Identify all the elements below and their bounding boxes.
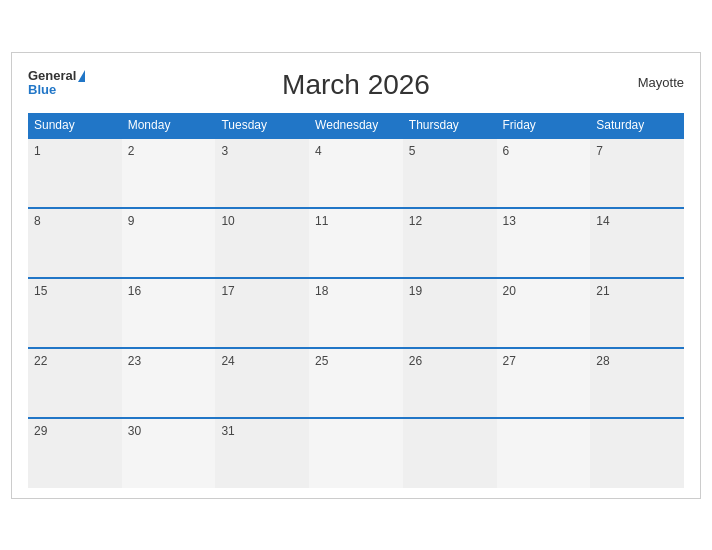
weekday-header-row: Sunday Monday Tuesday Wednesday Thursday… xyxy=(28,113,684,138)
day-number: 12 xyxy=(409,214,422,228)
day-number: 6 xyxy=(503,144,510,158)
calendar-day-cell: 5 xyxy=(403,138,497,208)
calendar-body: 1234567891011121314151617181920212223242… xyxy=(28,138,684,488)
day-number: 7 xyxy=(596,144,603,158)
calendar-day-cell: 20 xyxy=(497,278,591,348)
calendar-day-cell: 14 xyxy=(590,208,684,278)
calendar-day-cell: 12 xyxy=(403,208,497,278)
header-monday: Monday xyxy=(122,113,216,138)
day-number: 30 xyxy=(128,424,141,438)
calendar-day-cell: 23 xyxy=(122,348,216,418)
day-number: 28 xyxy=(596,354,609,368)
day-number: 4 xyxy=(315,144,322,158)
day-number: 29 xyxy=(34,424,47,438)
calendar-day-cell: 26 xyxy=(403,348,497,418)
day-number: 17 xyxy=(221,284,234,298)
calendar-day-cell: 27 xyxy=(497,348,591,418)
calendar-day-cell: 10 xyxy=(215,208,309,278)
day-number: 19 xyxy=(409,284,422,298)
calendar-day-cell: 17 xyxy=(215,278,309,348)
calendar-day-cell: 15 xyxy=(28,278,122,348)
calendar-day-cell: 30 xyxy=(122,418,216,488)
day-number: 13 xyxy=(503,214,516,228)
calendar-day-cell: 1 xyxy=(28,138,122,208)
day-number: 10 xyxy=(221,214,234,228)
header-tuesday: Tuesday xyxy=(215,113,309,138)
logo-blue-text: Blue xyxy=(28,83,85,97)
header-saturday: Saturday xyxy=(590,113,684,138)
day-number: 9 xyxy=(128,214,135,228)
calendar-region: Mayotte xyxy=(638,75,684,90)
calendar-week-row: 1234567 xyxy=(28,138,684,208)
day-number: 15 xyxy=(34,284,47,298)
logo-general-text: General xyxy=(28,69,85,83)
header-wednesday: Wednesday xyxy=(309,113,403,138)
calendar-day-cell: 25 xyxy=(309,348,403,418)
calendar-day-cell: 2 xyxy=(122,138,216,208)
logo-triangle-icon xyxy=(78,70,85,82)
day-number: 25 xyxy=(315,354,328,368)
day-number: 18 xyxy=(315,284,328,298)
calendar-day-cell: 31 xyxy=(215,418,309,488)
day-number: 26 xyxy=(409,354,422,368)
calendar-day-cell xyxy=(497,418,591,488)
day-number: 14 xyxy=(596,214,609,228)
calendar-day-cell: 13 xyxy=(497,208,591,278)
calendar-day-cell: 3 xyxy=(215,138,309,208)
day-number: 24 xyxy=(221,354,234,368)
calendar-day-cell: 21 xyxy=(590,278,684,348)
calendar-day-cell: 22 xyxy=(28,348,122,418)
day-number: 21 xyxy=(596,284,609,298)
calendar-week-row: 22232425262728 xyxy=(28,348,684,418)
calendar-day-cell xyxy=(590,418,684,488)
calendar-day-cell: 28 xyxy=(590,348,684,418)
calendar-container: General Blue March 2026 Mayotte Sunday M… xyxy=(11,52,701,499)
header-thursday: Thursday xyxy=(403,113,497,138)
day-number: 11 xyxy=(315,214,328,228)
calendar-day-cell: 6 xyxy=(497,138,591,208)
logo: General Blue xyxy=(28,69,85,98)
calendar-day-cell: 29 xyxy=(28,418,122,488)
day-number: 23 xyxy=(128,354,141,368)
calendar-day-cell: 11 xyxy=(309,208,403,278)
day-number: 3 xyxy=(221,144,228,158)
calendar-day-cell: 7 xyxy=(590,138,684,208)
calendar-day-cell: 16 xyxy=(122,278,216,348)
calendar-day-cell xyxy=(309,418,403,488)
day-number: 31 xyxy=(221,424,234,438)
day-number: 1 xyxy=(34,144,41,158)
calendar-day-cell xyxy=(403,418,497,488)
day-number: 2 xyxy=(128,144,135,158)
calendar-day-cell: 8 xyxy=(28,208,122,278)
calendar-title: March 2026 xyxy=(282,69,430,101)
day-number: 22 xyxy=(34,354,47,368)
day-number: 8 xyxy=(34,214,41,228)
calendar-day-cell: 19 xyxy=(403,278,497,348)
header-friday: Friday xyxy=(497,113,591,138)
day-number: 20 xyxy=(503,284,516,298)
calendar-day-cell: 9 xyxy=(122,208,216,278)
calendar-week-row: 15161718192021 xyxy=(28,278,684,348)
calendar-day-cell: 18 xyxy=(309,278,403,348)
day-number: 5 xyxy=(409,144,416,158)
calendar-week-row: 891011121314 xyxy=(28,208,684,278)
header-sunday: Sunday xyxy=(28,113,122,138)
day-number: 27 xyxy=(503,354,516,368)
calendar-day-cell: 24 xyxy=(215,348,309,418)
calendar-header: General Blue March 2026 Mayotte xyxy=(28,69,684,101)
calendar-table: Sunday Monday Tuesday Wednesday Thursday… xyxy=(28,113,684,488)
calendar-week-row: 293031 xyxy=(28,418,684,488)
calendar-day-cell: 4 xyxy=(309,138,403,208)
day-number: 16 xyxy=(128,284,141,298)
